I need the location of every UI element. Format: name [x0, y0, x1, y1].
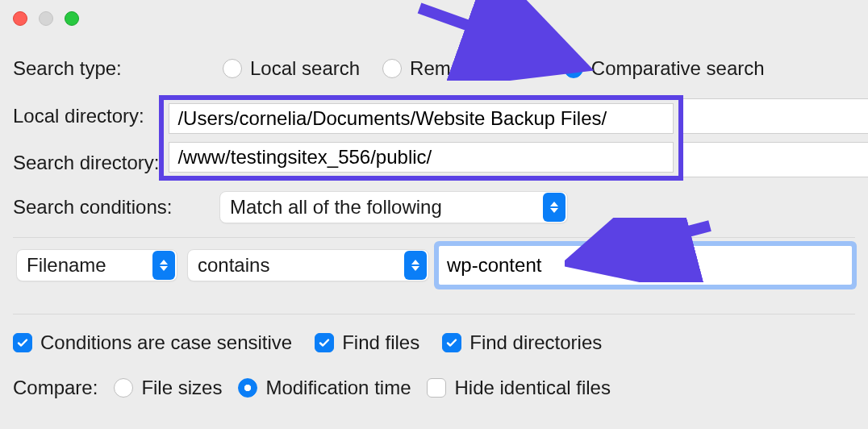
radio-icon — [382, 59, 402, 78]
radio-label: Remote search — [410, 57, 541, 80]
search-directory-label: Search directory: — [13, 152, 159, 174]
minimize-window-button[interactable] — [39, 11, 53, 26]
checkbox-icon — [442, 333, 461, 352]
search-conditions-label: Search conditions: — [13, 196, 208, 219]
checkbox-icon — [13, 333, 32, 352]
select-value: Filename — [27, 254, 115, 277]
condition-operator-select[interactable]: contains — [187, 249, 429, 281]
radio-icon — [564, 59, 583, 78]
select-value: Match all of the following — [230, 196, 450, 219]
checkbox-label: Find files — [342, 331, 419, 354]
radio-label: Modification time — [265, 377, 411, 399]
radio-label: Comparative search — [591, 57, 765, 80]
window-titlebar — [0, 0, 868, 37]
select-value: contains — [198, 254, 278, 277]
radio-label: Local search — [250, 57, 360, 80]
find-files-checkbox[interactable]: Find files — [315, 331, 419, 354]
search-directory-input[interactable] — [169, 142, 674, 173]
find-directories-checkbox[interactable]: Find directories — [442, 331, 602, 354]
hide-identical-files-checkbox[interactable]: Hide identical files — [427, 377, 610, 399]
chevron-up-down-icon — [404, 251, 427, 280]
chevron-up-down-icon — [152, 251, 175, 280]
search-type-remote-radio[interactable]: Remote search — [382, 57, 541, 80]
conditions-mode-select[interactable]: Match all of the following — [219, 191, 568, 223]
radio-icon — [223, 59, 242, 78]
condition-field-select[interactable]: Filename — [16, 249, 177, 281]
chevron-up-down-icon — [543, 193, 565, 222]
radio-icon — [238, 378, 257, 398]
radio-label: File sizes — [141, 377, 222, 399]
case-sensitive-checkbox[interactable]: Conditions are case sensitive — [13, 331, 292, 354]
checkbox-label: Hide identical files — [454, 377, 610, 399]
conditions-area: Filename contains — [13, 237, 855, 314]
zoom-window-button[interactable] — [65, 11, 79, 26]
compare-file-sizes-radio[interactable]: File sizes — [114, 377, 222, 399]
local-directory-input[interactable] — [169, 103, 674, 134]
search-directory-input-overflow[interactable] — [683, 142, 868, 177]
checkbox-label: Find directories — [469, 331, 602, 354]
checkbox-icon — [315, 333, 334, 352]
search-type-comparative-radio[interactable]: Comparative search — [564, 57, 765, 80]
search-type-label: Search type: — [13, 57, 200, 80]
local-directory-input-overflow[interactable] — [683, 98, 868, 134]
compare-label: Compare: — [13, 377, 98, 399]
checkbox-label: Conditions are case sensitive — [40, 331, 292, 354]
compare-modification-time-radio[interactable]: Modification time — [238, 377, 411, 399]
local-directory-label: Local directory: — [13, 105, 159, 127]
checkbox-icon — [427, 378, 446, 398]
radio-icon — [114, 378, 133, 398]
search-type-local-radio[interactable]: Local search — [223, 57, 360, 80]
close-window-button[interactable] — [13, 11, 27, 26]
directories-highlight — [159, 95, 683, 181]
condition-value-input[interactable] — [439, 246, 852, 285]
